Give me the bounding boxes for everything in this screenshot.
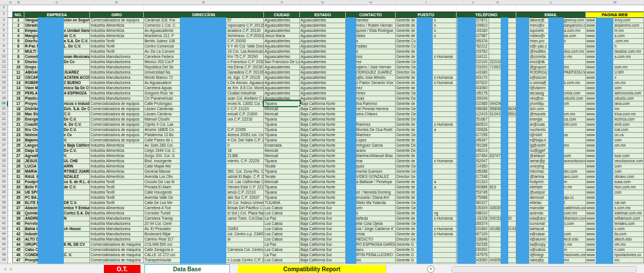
cell-no[interactable]: 28 [13,159,24,164]
column-a-stub[interactable] [8,164,13,169]
cell-estado[interactable]: Aguascalientes [300,44,346,49]
row-header[interactable]: 44 [0,232,8,237]
cell-ciudad[interactable]: Aguascalientes [264,86,300,91]
cell-ciudad[interactable]: TIJUANA [264,201,300,206]
cell-ciudad[interactable]: Mexicali [264,107,300,112]
column-a-stub[interactable] [8,112,13,117]
cell-ciudad[interactable]: Aguascalientes [264,23,300,28]
cell-telefono-3[interactable] [507,65,516,70]
cell-pagina-web[interactable]: wwwtrica.com.mx [586,112,644,117]
cell-giro[interactable]: Comercializadora de maquina [90,247,144,253]
cell-no[interactable]: 5 [13,39,24,44]
cell-ciudad[interactable]: Jesús María [264,34,300,39]
row-header[interactable]: 32 [0,169,8,174]
cell-estado[interactable]: Baja California Sur [300,258,346,263]
cell-pagina-web[interactable]: wwwanpancho.com [586,23,644,28]
cell-ciudad[interactable]: Aguascalientes [264,18,300,23]
cell-ciudad[interactable]: Los Cabos [264,227,300,232]
row-header[interactable]: 5 [0,28,8,34]
column-a-stub[interactable] [8,70,13,75]
column-a-stub[interactable] [8,148,13,154]
cell-no[interactable]: 46 [13,253,24,258]
column-a-stub[interactable] [8,180,13,185]
cell-giro[interactable]: Industria Manufacturera [90,81,144,86]
cell-giro[interactable]: Industria Alimenticia [90,206,144,211]
column-header-l[interactable]: L [550,0,552,5]
cell-estado[interactable]: Baja California Norte [300,117,346,122]
column-a-stub[interactable] [8,49,13,54]
cell-giro[interactable]: Industria Alimenticia [90,28,144,34]
cell-ciudad[interactable]: Los Cabos [264,232,300,237]
cell-telefono-3[interactable]: 4143 [507,227,516,232]
cell-telefono-3[interactable] [507,258,516,263]
cell-pagina-web[interactable]: wwweintl.com [586,122,644,128]
cell-no[interactable]: 26 [13,148,24,154]
cell-pagina-web[interactable]: wwwwilliamson.com [586,216,644,221]
cell-no[interactable]: 40 [13,221,24,227]
cell-pagina-web[interactable]: wwwiana.com [586,101,644,107]
col-header-pagina-web[interactable]: PAGINA WEB [586,12,644,18]
cell-giro[interactable]: Industria Manufacturera [90,232,144,237]
cell-ciudad[interactable]: Tijuana [264,122,300,128]
cell-pagina-web[interactable]: wwwastronomia.com [586,91,644,96]
cell-estado[interactable]: Aguascalientes [300,34,346,39]
sheet-nav-next-icon[interactable]: ▸ [10,267,13,271]
cell-no[interactable]: 6 [13,44,24,49]
cell-no[interactable]: 36 [13,201,24,206]
cell-giro[interactable]: Industria Manufacturera [90,91,144,96]
row-header[interactable]: 48 [0,253,8,258]
row-header[interactable]: 6 [0,34,8,39]
cell-no[interactable]: 43 [13,237,24,242]
row-header[interactable]: 7 [0,39,8,44]
column-a-stub[interactable] [8,128,13,133]
cell-telefono-3[interactable]: 3561 [507,112,516,117]
cell-telefono-3[interactable] [507,91,516,96]
cell-giro[interactable]: Comercializadora de equipos [90,128,144,133]
cell-giro[interactable]: Industria Manufacturera [90,237,144,242]
row-header[interactable]: 17 [0,91,8,96]
cell-telefono-3[interactable] [507,180,516,185]
cell-giro[interactable]: Comercializadora de equipos [90,133,144,138]
cell-ciudad[interactable]: Tijuana [264,159,300,164]
cell-ciudad[interactable]: Aguascalientes [264,49,300,54]
column-a-stub[interactable] [8,18,13,23]
column-a-stub[interactable] [8,65,13,70]
cell-giro[interactable]: Comercializadora de equipos [90,112,144,117]
cell-giro[interactable]: Industria Manufacturera [90,96,144,101]
column-a-stub[interactable] [8,34,13,39]
cell-giro[interactable]: Comercializadora de equipos [90,122,144,128]
cell-pagina-web[interactable]: wwwa.com.mx [586,54,644,60]
cell-estado[interactable]: Baja California Norte [300,112,346,117]
column-a-stub[interactable] [8,60,13,65]
column-a-stub[interactable] [8,258,13,263]
cell-estado[interactable]: Aguascalientes [300,65,346,70]
cell-pagina-web[interactable]: wwwmx [586,107,644,112]
cell-estado[interactable]: Baja California Norte [300,159,346,164]
cell-giro[interactable]: Industria Alimenticia [90,174,144,180]
cell-ciudad[interactable]: Mexicali [264,154,300,159]
column-header-k[interactable]: K [497,0,499,5]
column-header-b[interactable]: B [17,0,20,5]
cell-pagina-web[interactable]: wwwcom [586,169,644,174]
column-a-stub[interactable] [8,75,13,81]
col-header-estado[interactable]: ESTADO [300,12,346,18]
column-a-stub[interactable] [8,81,13,86]
cell-no[interactable]: 4 [13,34,24,39]
column-a-stub[interactable] [8,242,13,247]
row-header[interactable]: 4 [0,23,8,28]
row-header[interactable]: 19 [0,101,8,107]
row-header[interactable]: 40 [0,211,8,216]
column-header-i[interactable]: I [425,0,426,5]
column-a-stub[interactable] [8,39,13,44]
row-header[interactable]: 3 [0,18,8,23]
cell-telefono-3[interactable]: 30 [507,216,516,221]
row-header[interactable]: 9 [0,49,8,54]
cell-giro[interactable]: Industria Alimenticia [90,211,144,216]
cell-pagina-web[interactable]: www.com.mx [586,39,644,44]
row-header[interactable]: 15 [0,81,8,86]
cell-no[interactable]: 9 [13,60,24,65]
cell-giro[interactable]: Industria Alimenticia [90,34,144,39]
cell-pagina-web[interactable]: wwwo.com [586,227,644,232]
cell-ciudad[interactable]: La Paz [264,216,300,221]
cell-telefono-3[interactable] [507,164,516,169]
